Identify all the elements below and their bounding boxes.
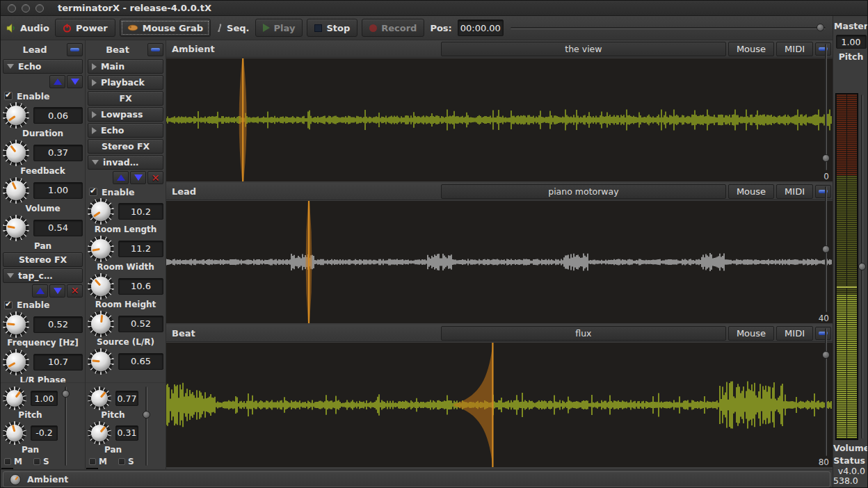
- fx-move-down-button[interactable]: [67, 75, 83, 88]
- track-zoom-slider[interactable]: [823, 186, 830, 312]
- source-value[interactable]: 0.52: [118, 316, 163, 332]
- loaded-file-button[interactable]: flux: [441, 326, 726, 341]
- deck-pitch-knob[interactable]: [88, 387, 111, 410]
- stereo-fx-header[interactable]: Stereo FX: [3, 252, 83, 267]
- feedback-knob[interactable]: [3, 140, 29, 166]
- room-length-value[interactable]: 10.2: [118, 203, 163, 220]
- deck-pan-value[interactable]: 0.31: [115, 425, 138, 441]
- deck-pitch-value[interactable]: 1.00: [31, 391, 58, 406]
- fx-move-down-button[interactable]: [130, 171, 146, 184]
- deck-pan-value[interactable]: -0.2: [31, 425, 58, 441]
- section-expander-playback[interactable]: Playback: [88, 75, 163, 90]
- fx-expander-lowpass[interactable]: Lowpass: [88, 107, 163, 122]
- frequency-knob[interactable]: [3, 311, 29, 338]
- deck-volume-slider[interactable]: [63, 387, 69, 466]
- fx-delete-button[interactable]: ✕: [147, 171, 163, 184]
- deck-pan-knob[interactable]: [3, 421, 26, 445]
- midi-button[interactable]: MIDI: [776, 42, 813, 56]
- deck-pitch-knob[interactable]: [3, 387, 26, 410]
- lr-phase-value[interactable]: 10.7: [33, 354, 83, 371]
- room-length-knob[interactable]: [88, 198, 114, 225]
- loaded-file-button[interactable]: piano motorway: [441, 184, 726, 199]
- pan-value[interactable]: 0.54: [33, 220, 83, 236]
- solo-checkbox[interactable]: [33, 458, 40, 465]
- mouse-button[interactable]: Mouse: [728, 184, 774, 199]
- enable-checkbox[interactable]: [89, 188, 97, 196]
- deck-volume-slider[interactable]: [143, 387, 150, 466]
- mute-checkbox[interactable]: [89, 458, 96, 465]
- track-zoom-value: 0: [823, 172, 829, 181]
- mute-checkbox[interactable]: [4, 458, 11, 465]
- mouse-button[interactable]: Mouse: [728, 42, 774, 56]
- damping-value[interactable]: 0.65: [118, 353, 163, 370]
- stereo-fx-header[interactable]: Stereo FX: [88, 139, 163, 154]
- pan-label: Pan: [3, 242, 83, 251]
- waveform-canvas[interactable]: [166, 343, 833, 467]
- slider-handle[interactable]: [822, 154, 830, 162]
- volume-knob[interactable]: [3, 177, 29, 204]
- window-close-button[interactable]: [8, 4, 16, 13]
- fx-expander-echo[interactable]: Echo: [88, 123, 163, 138]
- fx-expander-invaders[interactable]: invad…: [88, 155, 163, 170]
- slider-handle[interactable]: [143, 411, 150, 418]
- slider-handle[interactable]: [817, 24, 824, 31]
- enable-checkbox[interactable]: [4, 92, 13, 100]
- slider-handle[interactable]: [822, 245, 830, 253]
- slider-handle[interactable]: [858, 263, 866, 270]
- slider-track: [511, 27, 826, 29]
- slider-handle[interactable]: [822, 351, 830, 359]
- master-pitch-label: Pitch: [833, 51, 868, 62]
- play-button[interactable]: Play: [255, 19, 303, 37]
- power-button[interactable]: Power: [55, 19, 115, 37]
- source-knob[interactable]: [88, 311, 114, 337]
- lr-phase-knob[interactable]: [3, 349, 29, 375]
- position-entry[interactable]: 00:00.00: [458, 19, 504, 36]
- frequency-value[interactable]: 0.52: [33, 316, 83, 333]
- main-volume-slider[interactable]: [511, 21, 826, 35]
- deck-pitch-value[interactable]: 0.77: [115, 391, 138, 406]
- room-height-knob[interactable]: [88, 273, 114, 300]
- loaded-file-button[interactable]: the view: [441, 42, 726, 56]
- fx-header[interactable]: FX: [88, 91, 163, 106]
- solo-checkbox[interactable]: [118, 458, 125, 465]
- mouse-button[interactable]: Mouse: [728, 326, 774, 341]
- midi-button[interactable]: MIDI: [776, 184, 813, 199]
- feedback-value[interactable]: 0.37: [33, 145, 83, 161]
- master-volume-slider[interactable]: [859, 95, 865, 439]
- deck-lead-minimize-button[interactable]: [67, 43, 83, 56]
- enable-checkbox[interactable]: [4, 301, 13, 309]
- fx-move-up-button[interactable]: [113, 171, 129, 184]
- pitch-row: 1.00: [3, 387, 58, 410]
- track-zoom-slider[interactable]: [823, 328, 830, 456]
- track-zoom-slider[interactable]: [823, 44, 830, 170]
- duration-value[interactable]: 0.06: [33, 107, 83, 124]
- fx-expander-tap[interactable]: tap_c…: [3, 268, 83, 283]
- deck-beat-minimize-button[interactable]: [147, 43, 163, 56]
- fx-expander-echo[interactable]: Echo: [3, 59, 83, 74]
- damping-knob[interactable]: [88, 348, 114, 375]
- room-width-knob[interactable]: [88, 236, 114, 262]
- room-width-value[interactable]: 11.2: [118, 241, 163, 257]
- section-expander-main[interactable]: Main: [88, 59, 163, 74]
- midi-button[interactable]: MIDI: [776, 326, 813, 341]
- window-maximize-button[interactable]: [35, 4, 44, 13]
- mouse-grab-button[interactable]: Mouse Grab: [120, 19, 211, 37]
- fx-delete-button[interactable]: ✕: [67, 284, 83, 298]
- fx-move-up-button[interactable]: [49, 75, 65, 88]
- stop-label: Stop: [326, 23, 350, 33]
- volume-value[interactable]: 1.00: [33, 182, 83, 199]
- room-height-value[interactable]: 10.6: [118, 278, 163, 295]
- slider-handle[interactable]: [62, 390, 70, 398]
- duration-knob[interactable]: [3, 102, 29, 129]
- pan-knob[interactable]: [3, 215, 29, 241]
- waveform-canvas[interactable]: [166, 58, 833, 181]
- waveform-canvas[interactable]: [166, 201, 833, 323]
- minimized-deck-ambient[interactable]: Ambient: [3, 471, 830, 487]
- deck-pan-knob[interactable]: [88, 421, 111, 445]
- fx-move-up-button[interactable]: [32, 284, 48, 298]
- window-minimize-button[interactable]: [22, 4, 30, 13]
- fx-move-down-button[interactable]: [49, 284, 65, 298]
- master-pitch-value[interactable]: 1.00: [836, 35, 867, 49]
- record-button[interactable]: Record: [362, 19, 424, 37]
- stop-button[interactable]: Stop: [307, 19, 357, 37]
